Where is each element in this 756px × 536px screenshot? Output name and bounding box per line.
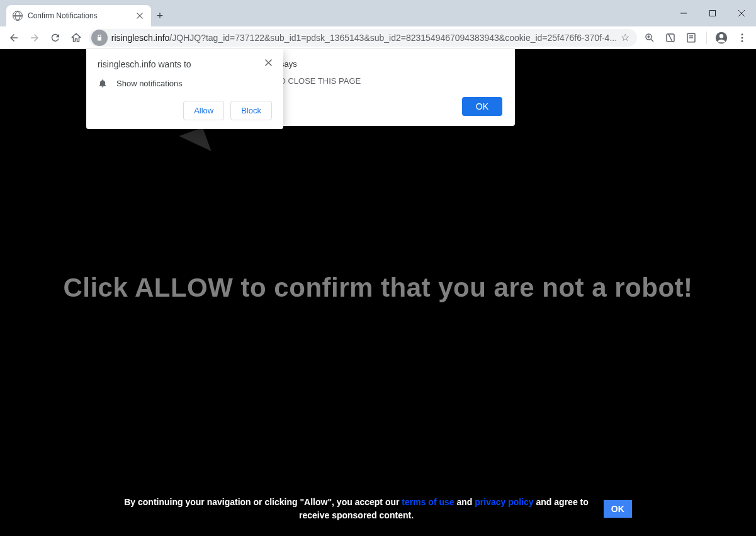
tab-title: Confirm Notifications xyxy=(28,11,130,20)
page-headline: Click ALLOW to confirm that you are not … xyxy=(0,273,756,303)
browser-tab[interactable]: Confirm Notifications xyxy=(6,5,151,26)
svg-line-3 xyxy=(651,39,653,42)
minimize-icon xyxy=(680,9,687,17)
forward-button xyxy=(26,29,43,47)
alert-title: ch.info says xyxy=(254,59,502,69)
toolbar-divider xyxy=(706,31,707,44)
window-titlebar: Confirm Notifications + xyxy=(0,0,756,26)
footer-text: By continuing your navigation or clickin… xyxy=(124,496,589,522)
magnifier-icon xyxy=(644,32,655,43)
new-tab-button[interactable]: + xyxy=(151,5,169,26)
person-icon xyxy=(714,31,728,45)
svg-point-13 xyxy=(742,37,743,38)
lock-icon xyxy=(96,34,103,42)
back-button[interactable] xyxy=(5,29,22,47)
permission-row-label: Show notifications xyxy=(116,79,183,88)
close-icon xyxy=(738,9,745,17)
permission-close-button[interactable] xyxy=(265,59,272,66)
url-text: risinglesch.info/JQHJQ?tag_id=737122&sub… xyxy=(111,33,617,43)
zoom-button[interactable] xyxy=(641,29,658,47)
browser-toolbar: risinglesch.info/JQHJQ?tag_id=737122&sub… xyxy=(0,26,756,49)
close-icon xyxy=(137,13,143,19)
svg-point-11 xyxy=(719,34,723,38)
browser-menu-button[interactable] xyxy=(734,29,751,47)
close-icon xyxy=(265,59,272,66)
permission-block-button[interactable]: Block xyxy=(230,101,272,120)
alert-ok-button[interactable]: OK xyxy=(462,97,502,116)
arrow-right-icon xyxy=(29,32,40,43)
notification-permission-prompt: risinglesch.info wants to Show notificat… xyxy=(86,49,283,129)
reload-button[interactable] xyxy=(47,29,64,47)
home-button[interactable] xyxy=(68,29,85,47)
reader-icon xyxy=(685,32,697,43)
globe-icon xyxy=(13,11,23,21)
bell-icon xyxy=(98,78,108,88)
bookmark-button[interactable]: ☆ xyxy=(621,31,629,43)
dots-vertical-icon xyxy=(736,32,748,43)
permission-title: risinglesch.info wants to xyxy=(98,59,260,69)
extension-button-2[interactable] xyxy=(682,29,699,47)
maximize-icon xyxy=(709,9,716,17)
window-close-button[interactable] xyxy=(727,0,756,26)
home-icon xyxy=(71,32,82,43)
profile-button[interactable] xyxy=(713,29,730,47)
address-bar[interactable]: risinglesch.info/JQHJQ?tag_id=737122&sub… xyxy=(89,29,637,47)
permission-allow-button[interactable]: Allow xyxy=(183,101,224,120)
extension-icon xyxy=(665,32,676,43)
reload-icon xyxy=(50,32,61,43)
terms-of-use-link[interactable]: terms of use xyxy=(402,497,454,507)
svg-rect-1 xyxy=(710,11,716,16)
page-content: ch.info says LOW TO CLOSE THIS PAGE OK r… xyxy=(0,49,756,536)
tab-close-button[interactable] xyxy=(135,11,145,21)
arrow-left-icon xyxy=(8,32,20,43)
svg-point-12 xyxy=(742,33,743,35)
page-footer: By continuing your navigation or clickin… xyxy=(0,496,756,522)
privacy-policy-link[interactable]: privacy policy xyxy=(475,497,533,507)
window-controls xyxy=(669,0,756,26)
speech-arrow-decoration xyxy=(179,127,211,159)
window-maximize-button[interactable] xyxy=(698,0,727,26)
footer-ok-button[interactable]: OK xyxy=(604,500,632,518)
window-minimize-button[interactable] xyxy=(669,0,698,26)
extension-button-1[interactable] xyxy=(662,29,679,47)
site-security-button[interactable] xyxy=(91,30,108,46)
alert-message: LOW TO CLOSE THIS PAGE xyxy=(254,76,502,86)
svg-point-14 xyxy=(742,40,743,42)
